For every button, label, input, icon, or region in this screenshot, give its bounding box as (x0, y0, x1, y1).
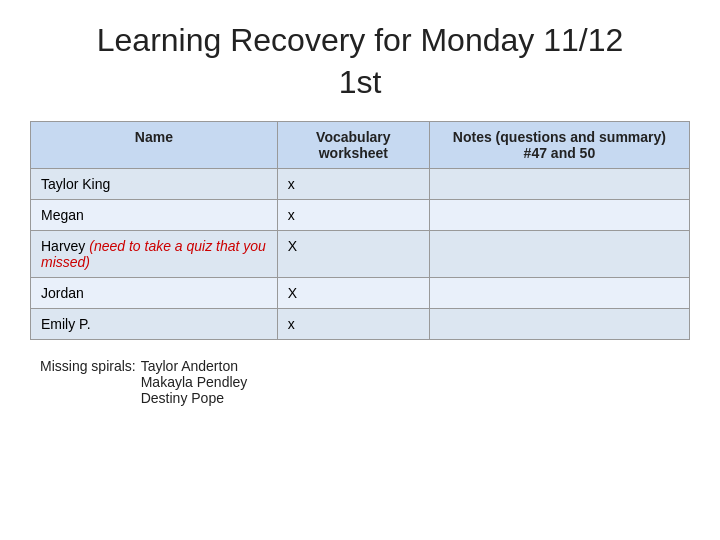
missing-section: Missing spirals: Taylor AndertonMakayla … (40, 358, 690, 406)
cell-notes (429, 231, 689, 278)
col-header-vocab: Vocabulary worksheet (277, 122, 429, 169)
missing-name: Taylor Anderton (141, 358, 248, 374)
cell-name: Jordan (31, 278, 278, 309)
missing-name: Makayla Pendley (141, 374, 248, 390)
page: Learning Recovery for Monday 11/12 1st N… (0, 0, 720, 426)
cell-vocab: X (277, 278, 429, 309)
table-row: Harvey (need to take a quiz that you mis… (31, 231, 690, 278)
missing-label: Missing spirals: (40, 358, 136, 406)
cell-vocab: x (277, 309, 429, 340)
table-row: Taylor Kingx (31, 169, 690, 200)
cell-vocab: x (277, 169, 429, 200)
title-line1: Learning Recovery for Monday 11/12 (97, 22, 624, 58)
cell-notes (429, 169, 689, 200)
recovery-table: Name Vocabulary worksheet Notes (questio… (30, 121, 690, 340)
table-row: Meganx (31, 200, 690, 231)
cell-vocab: x (277, 200, 429, 231)
cell-name: Emily P. (31, 309, 278, 340)
table-row: Emily P.x (31, 309, 690, 340)
missing-names-list: Taylor AndertonMakayla PendleyDestiny Po… (141, 358, 248, 406)
page-title: Learning Recovery for Monday 11/12 1st (30, 20, 690, 103)
col-header-name: Name (31, 122, 278, 169)
cell-notes (429, 278, 689, 309)
cell-notes (429, 200, 689, 231)
cell-name: Megan (31, 200, 278, 231)
title-line2: 1st (339, 64, 382, 100)
missing-name: Destiny Pope (141, 390, 248, 406)
cell-name: Taylor King (31, 169, 278, 200)
col-header-notes: Notes (questions and summary) #47 and 50 (429, 122, 689, 169)
cell-notes (429, 309, 689, 340)
cell-name: Harvey (need to take a quiz that you mis… (31, 231, 278, 278)
table-row: JordanX (31, 278, 690, 309)
cell-vocab: X (277, 231, 429, 278)
table-header-row: Name Vocabulary worksheet Notes (questio… (31, 122, 690, 169)
